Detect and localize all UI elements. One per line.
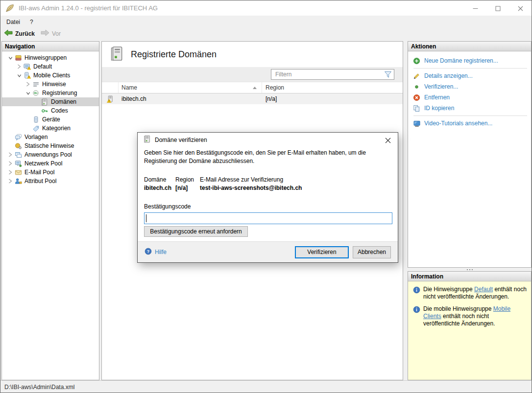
chevron-right-icon[interactable] <box>6 160 15 167</box>
email-label: E-Mail Adresse zur Verifizierung <box>200 176 391 183</box>
text-caret <box>146 214 146 222</box>
action-remove[interactable]: Entfernen <box>408 92 531 103</box>
help-label: Hilfe <box>155 249 167 255</box>
funnel-icon[interactable] <box>382 71 394 78</box>
network-icon <box>15 160 24 167</box>
chevron-down-icon[interactable] <box>6 54 15 62</box>
action-label: Entfernen <box>424 94 450 101</box>
minimize-button[interactable] <box>464 0 486 16</box>
link-default[interactable]: Default <box>474 286 493 293</box>
chevron-down-icon[interactable] <box>24 89 32 97</box>
filter-input[interactable] <box>271 69 382 79</box>
device-icon <box>32 116 42 123</box>
chevron-right-icon[interactable] <box>6 151 15 159</box>
chevron-down-icon[interactable] <box>15 71 24 79</box>
spacer <box>32 107 41 115</box>
phone-warning-icon <box>24 71 33 79</box>
statusbar: D:\IBI-aws\Admin\Data.xml <box>0 380 532 393</box>
action-new-domain[interactable]: Neue Domäne registrieren... <box>408 55 531 66</box>
domain-value: ibitech.ch <box>144 185 175 191</box>
info-text-before: Die mobile Hinweisgruppe <box>423 305 493 312</box>
monitor-warning-icon <box>24 63 33 70</box>
info-text: Die mobile Hinweisgruppe Mobile Clients … <box>423 305 527 327</box>
sidebar-item-anwendungs-pool[interactable]: Anwendungs Pool <box>2 150 99 159</box>
tree-label: Hinweisgruppen <box>24 54 70 61</box>
column-name[interactable]: Name <box>119 82 262 93</box>
key-icon <box>41 107 51 115</box>
tree-label: Geräte <box>42 116 63 123</box>
sidebar-item-default[interactable]: Default <box>2 62 99 71</box>
action-show-details[interactable]: Details anzeigen... <box>408 70 531 81</box>
navigation-tree: Hinweisgruppen Default Mobile Clients Hi… <box>2 51 99 185</box>
separator <box>413 116 527 116</box>
info-text: Die Hinweisgruppe Default enthält noch n… <box>423 286 527 301</box>
close-button[interactable] <box>509 0 532 16</box>
table-row[interactable]: ibitech.ch [n/a] <box>102 93 403 104</box>
sidebar-item-attribut-pool[interactable]: Attribut Pool <box>2 177 99 185</box>
sidebar-item-hinweise[interactable]: Hinweise <box>2 80 99 89</box>
forward-button[interactable]: Vor <box>41 29 61 38</box>
dialog-titlebar: Domäne verifizieren <box>138 133 398 147</box>
code-input[interactable] <box>144 212 392 224</box>
sidebar-item-mobile-clients[interactable]: Mobile Clients <box>2 71 99 80</box>
action-video-tutorials[interactable]: Video-Tutorials ansehen... <box>408 118 531 129</box>
menu-help[interactable]: ? <box>25 17 38 27</box>
sidebar-item-registrierung[interactable]: Registrierung <box>2 89 99 97</box>
chevron-right-icon[interactable] <box>15 63 24 70</box>
column-region[interactable]: Region <box>262 82 403 93</box>
column-label: Region <box>266 84 284 91</box>
information-panel: Information Die Hinweisgruppe Default en… <box>408 271 532 380</box>
sidebar-item-email-pool[interactable]: E-Mail Pool <box>2 168 99 177</box>
close-icon[interactable] <box>383 136 393 145</box>
sidebar-item-kategorien[interactable]: Kategorien <box>2 124 99 133</box>
video-icon <box>412 119 421 127</box>
sidebar-item-hinweisgruppen[interactable]: Hinweisgruppen <box>2 53 99 62</box>
verify-dot-icon <box>412 83 421 91</box>
chevron-right-icon[interactable] <box>6 168 15 176</box>
layers-icon <box>15 54 24 62</box>
sidebar-item-netzwerk-pool[interactable]: Netzwerk Pool <box>2 159 99 168</box>
info-icon <box>413 286 420 294</box>
panel-splitter-handle[interactable] <box>408 268 532 271</box>
filter-band <box>102 67 403 82</box>
server-warning-icon <box>102 93 119 104</box>
verify-button[interactable]: Verifizieren <box>295 246 349 258</box>
action-copy-id[interactable]: ID kopieren <box>408 103 531 114</box>
spacer <box>6 142 15 150</box>
sidebar-item-geraete[interactable]: Geräte <box>2 115 99 124</box>
action-label: Neue Domäne registrieren... <box>424 57 498 64</box>
tree-label: Vorlagen <box>24 134 50 140</box>
action-verify[interactable]: Verifizieren... <box>408 81 531 92</box>
chevron-right-icon[interactable] <box>6 177 15 185</box>
resend-code-button[interactable]: Bestätigungscode erneut anfordern <box>144 226 248 237</box>
tree-label: Domänen <box>51 98 79 105</box>
tree-label: Mobile Clients <box>33 72 73 79</box>
verify-domain-dialog: Domäne verifizieren Geben Sie hier den B… <box>137 132 398 263</box>
email-value: test-ibi-aws-screenshots@ibitech.ch <box>200 185 391 191</box>
spacer <box>32 98 41 106</box>
sidebar-item-codes[interactable]: Codes <box>2 106 99 115</box>
information-header: Information <box>408 272 531 281</box>
column-icon[interactable] <box>102 82 119 93</box>
spacer <box>24 116 32 123</box>
server-icon <box>41 98 51 106</box>
back-button[interactable]: Zurück <box>4 29 35 38</box>
actions-panel: Aktionen Neue Domäne registrieren... Det… <box>408 41 532 268</box>
sidebar-item-vorlagen[interactable]: Vorlagen <box>2 133 99 141</box>
navigation-header: Navigation <box>2 42 99 51</box>
svg-text:?: ? <box>147 249 149 254</box>
maximize-button[interactable] <box>486 0 509 16</box>
chevron-right-icon[interactable] <box>24 80 32 88</box>
cancel-button[interactable]: Abbrechen <box>353 246 391 258</box>
sidebar-item-statische-hinweise[interactable]: Statische Hinweise <box>2 141 99 150</box>
back-arrow-icon <box>4 29 13 38</box>
menu-datei[interactable]: Datei <box>1 17 25 27</box>
back-label: Zurück <box>15 30 35 37</box>
notes-icon <box>32 80 42 88</box>
attribute-icon <box>15 177 24 185</box>
cell-name: ibitech.ch <box>119 93 262 104</box>
help-link[interactable]: ? Hilfe <box>145 248 167 256</box>
spacer <box>24 124 32 132</box>
sidebar-item-domaenen[interactable]: Domänen <box>2 97 99 106</box>
actions-header: Aktionen <box>408 42 531 51</box>
